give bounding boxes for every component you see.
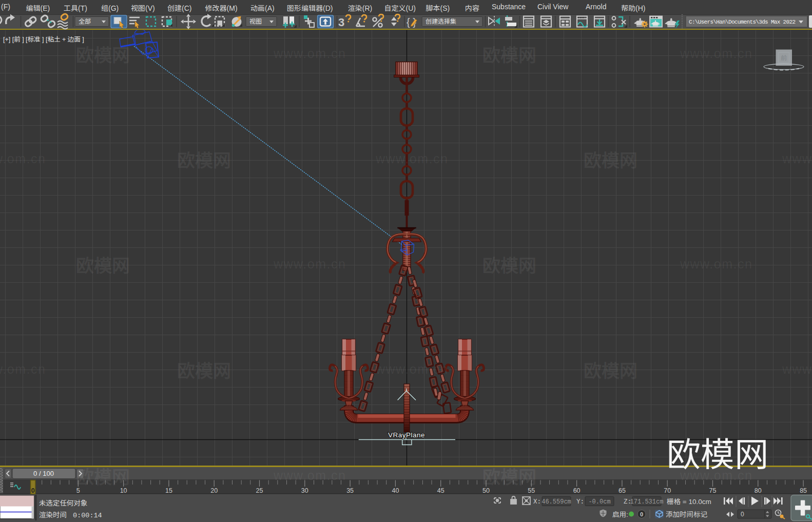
svg-text:未选定任何对象: 未选定任何对象 bbox=[39, 499, 88, 507]
svg-text:0: 0 bbox=[640, 511, 643, 517]
svg-text:添加时间标记: 添加时间标记 bbox=[666, 511, 707, 518]
svg-text:46.559cm: 46.559cm bbox=[542, 498, 571, 506]
svg-text:Y:: Y: bbox=[576, 498, 584, 506]
svg-text:栅格 = 10.0cm: 栅格 = 10.0cm bbox=[667, 498, 711, 506]
svg-text:0: 0 bbox=[741, 511, 744, 518]
svg-text:-0.0cm: -0.0cm bbox=[588, 498, 610, 506]
svg-text:171.531cm: 171.531cm bbox=[630, 498, 664, 506]
svg-text:渲染时间: 渲染时间 bbox=[39, 511, 67, 519]
svg-text:启用:: 启用: bbox=[612, 511, 628, 518]
svg-text:0:00:14: 0:00:14 bbox=[73, 512, 102, 519]
svg-text:X:: X: bbox=[533, 498, 541, 506]
